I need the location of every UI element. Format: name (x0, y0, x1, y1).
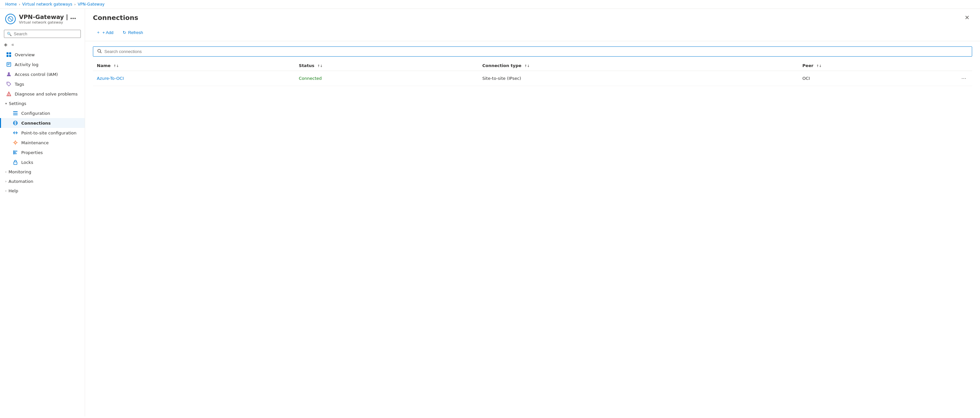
sidebar-item-point-to-site[interactable]: Point-to-site configuration (0, 128, 85, 138)
sidebar-item-maintenance[interactable]: Maintenance (0, 138, 85, 148)
diagnose-icon (6, 91, 11, 97)
table-body: Azure-To-OCI Connected Site-to-site (IPs… (93, 71, 972, 86)
overview-icon (6, 52, 11, 57)
refresh-label: Refresh (128, 30, 143, 35)
connections-table-element: Name ↑↓ Status ↑↓ Connection type ↑↓ (93, 60, 972, 86)
resource-subtitle: Virtual network gateway (19, 20, 80, 24)
svg-rect-8 (8, 64, 10, 65)
resource-icon (5, 14, 16, 24)
resource-title-block: VPN-Gateway | Connections Virtual networ… (19, 13, 80, 24)
table-row[interactable]: Azure-To-OCI Connected Site-to-site (IPs… (93, 71, 972, 86)
content-header: Connections ✕ ＋ + Add ↻ Refresh (85, 9, 980, 41)
breadcrumb-current[interactable]: VPN-Gateway (78, 2, 104, 6)
sidebar-group-settings[interactable]: ▾ Settings (0, 99, 85, 108)
config-icon (13, 111, 18, 116)
sidebar-group-settings-label: Settings (9, 101, 26, 106)
add-icon: ＋ (96, 29, 100, 35)
iam-icon (6, 72, 11, 77)
svg-rect-27 (13, 153, 17, 154)
content-area: Connections ✕ ＋ + Add ↻ Refresh (85, 9, 980, 416)
breadcrumb: Home › Virtual network gateways › VPN-Ga… (0, 0, 980, 9)
close-button[interactable]: ✕ (962, 13, 972, 22)
refresh-icon: ↻ (123, 30, 126, 35)
sidebar-label-activity-log: Activity log (15, 62, 38, 67)
svg-rect-7 (8, 64, 10, 64)
page-title: VPN-Gateway | Connections (19, 13, 80, 20)
automation-chevron: › (5, 180, 6, 183)
sidebar-label-maintenance: Maintenance (21, 140, 49, 145)
sidebar-item-properties[interactable]: Properties (0, 148, 85, 157)
svg-point-29 (98, 49, 101, 52)
sidebar: VPN-Gateway | Connections Virtual networ… (0, 9, 85, 416)
sidebar-group-monitoring[interactable]: › Monitoring (0, 167, 85, 176)
search-bar-icon (97, 49, 102, 54)
content-title: Connections (93, 14, 138, 22)
cell-name[interactable]: Azure-To-OCI (93, 71, 295, 86)
sidebar-item-connections[interactable]: Connections (0, 118, 85, 128)
sidebar-header: VPN-Gateway | Connections Virtual networ… (0, 9, 85, 27)
status-badge: Connected (299, 76, 322, 81)
sidebar-item-diagnose[interactable]: Diagnose and solve problems (0, 89, 85, 99)
sidebar-item-activity-log[interactable]: Activity log (0, 60, 85, 69)
sidebar-group-help[interactable]: › Help (0, 186, 85, 195)
cell-more[interactable]: ··· (956, 71, 972, 86)
svg-rect-15 (13, 114, 18, 115)
add-button[interactable]: ＋ + Add (93, 28, 117, 37)
sort-name-icon: ↑↓ (113, 64, 119, 68)
svg-rect-28 (14, 162, 17, 165)
sidebar-item-overview[interactable]: Overview (0, 50, 85, 60)
sidebar-item-configuration[interactable]: Configuration (0, 108, 85, 118)
search-connections-bar[interactable] (93, 46, 972, 57)
connections-table: Name ↑↓ Status ↑↓ Connection type ↑↓ (93, 60, 972, 86)
help-chevron: › (5, 189, 6, 193)
monitoring-chevron: › (5, 170, 6, 174)
sidebar-group-automation[interactable]: › Automation (0, 176, 85, 186)
sidebar-search-input[interactable] (14, 32, 78, 36)
cell-status: Connected (295, 71, 479, 86)
content-body: Name ↑↓ Status ↑↓ Connection type ↑↓ (85, 41, 980, 416)
table-header: Name ↑↓ Status ↑↓ Connection type ↑↓ (93, 60, 972, 71)
sidebar-item-tags[interactable]: Tags (0, 79, 85, 89)
sidebar-label-properties: Properties (21, 150, 43, 155)
svg-rect-4 (6, 55, 8, 57)
col-status[interactable]: Status ↑↓ (295, 60, 479, 71)
refresh-button[interactable]: ↻ Refresh (119, 29, 146, 37)
svg-line-30 (100, 52, 102, 53)
svg-rect-3 (9, 52, 11, 54)
row-more-button[interactable]: ··· (959, 74, 968, 83)
sidebar-group-monitoring-label: Monitoring (8, 169, 32, 174)
sidebar-actions: ◈ « (0, 41, 85, 50)
locks-icon (13, 160, 18, 165)
sidebar-label-configuration: Configuration (21, 111, 50, 116)
sidebar-label-p2s: Point-to-site configuration (21, 130, 76, 135)
cell-connection-type: Site-to-site (IPsec) (478, 71, 799, 86)
svg-point-19 (14, 141, 16, 144)
connection-name-link[interactable]: Azure-To-OCI (97, 76, 124, 81)
col-connection-type[interactable]: Connection type ↑↓ (478, 60, 799, 71)
svg-rect-25 (13, 151, 18, 151)
sort-status-icon: ↑↓ (317, 64, 323, 68)
breadcrumb-home[interactable]: Home (5, 2, 17, 6)
svg-rect-26 (13, 152, 16, 153)
search-connections-input[interactable] (104, 49, 968, 54)
activity-icon (6, 62, 11, 67)
sidebar-label-locks: Locks (21, 160, 33, 165)
col-peer[interactable]: Peer ↑↓ (799, 60, 956, 71)
breadcrumb-vngateway[interactable]: Virtual network gateways (22, 2, 72, 6)
sidebar-search-box[interactable]: 🔍 (4, 30, 81, 38)
sidebar-item-locks[interactable]: Locks (0, 157, 85, 167)
sidebar-label-connections: Connections (21, 121, 51, 126)
sidebar-pin-btn[interactable]: ◈ (3, 41, 9, 48)
search-icon: 🔍 (7, 32, 12, 36)
col-name[interactable]: Name ↑↓ (93, 60, 295, 71)
sidebar-item-iam[interactable]: Access control (IAM) (0, 69, 85, 79)
properties-icon (13, 150, 18, 155)
sidebar-collapse-btn[interactable]: « (10, 41, 15, 48)
sort-connection-type-icon: ↑↓ (524, 64, 530, 68)
col-actions (956, 60, 972, 71)
svg-rect-14 (13, 113, 18, 113)
svg-line-1 (8, 17, 13, 21)
sidebar-label-tags: Tags (15, 82, 24, 87)
sidebar-nav: Overview Activity log Access control (IA… (0, 50, 85, 416)
toolbar: ＋ + Add ↻ Refresh (93, 25, 972, 38)
